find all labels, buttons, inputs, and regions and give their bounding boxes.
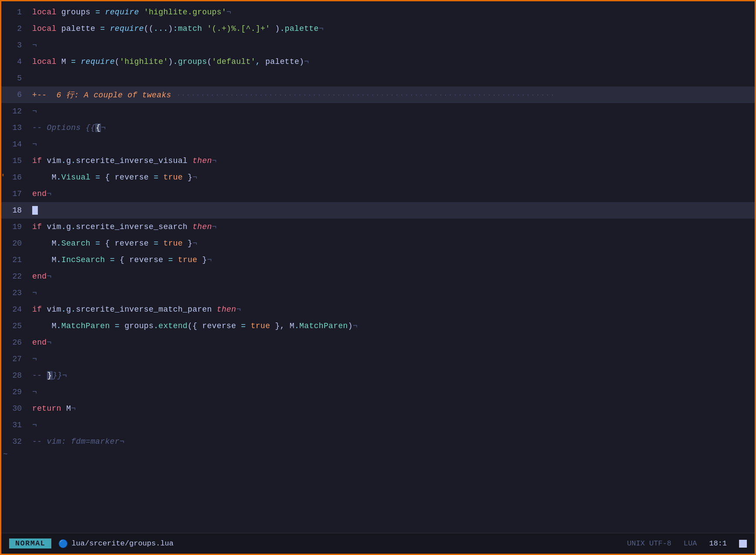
tilde-area: ~: [1, 450, 755, 460]
line-content-23: ¬: [29, 289, 37, 297]
line-num-2: 2: [5, 24, 29, 33]
line-content-26: end¬: [29, 338, 52, 347]
line-content-27: ¬: [29, 355, 37, 363]
line-22: 22 end¬: [1, 268, 755, 285]
line-29: 29 ¬: [1, 384, 755, 400]
line-4: 4 local M = require('highlite').groups('…: [1, 53, 755, 70]
line-num-21: 21: [5, 256, 29, 264]
line-num-24: 24: [5, 305, 29, 314]
line-content-25: M.MatchParen = groups.extend({ reverse =…: [29, 322, 358, 330]
line-num-15: 15: [5, 156, 29, 165]
line-13: 13 -- Options {{{¬: [1, 120, 755, 136]
line-30: 30 return M¬: [1, 400, 755, 417]
line-num-13: 13: [5, 123, 29, 132]
line-content-21: M.IncSearch = { reverse = true }¬: [29, 256, 212, 264]
line-18: 18: [1, 202, 755, 219]
line-num-5: 5: [5, 74, 29, 83]
code-area: 1 local groups = require 'highlite.group…: [1, 1, 755, 533]
line-content-16: M.Visual = { reverse = true }¬: [29, 173, 197, 182]
line-content-4: local M = require('highlite').groups('de…: [29, 57, 309, 66]
line-5: 5: [1, 70, 755, 86]
line-num-14: 14: [5, 140, 29, 149]
line-num-18: 18: [5, 206, 29, 215]
line-num-16: 16: [5, 173, 29, 182]
status-position: 18:1: [709, 539, 727, 548]
line-num-19: 19: [5, 223, 29, 231]
line-num-1: 1: [5, 8, 29, 17]
line-2: 2 local palette = require((...):match '(…: [1, 20, 755, 37]
line-num-25: 25: [5, 322, 29, 330]
line-content-32: -- vim: fdm=marker¬: [29, 437, 124, 446]
line-content-3: ¬: [29, 41, 37, 50]
editor: 1 local groups = require 'highlite.group…: [1, 1, 755, 554]
line-content-28: -- }}}¬: [29, 371, 67, 380]
line-content-15: if vim.g.srcerite_inverse_visual then¬: [29, 156, 217, 165]
status-language: LUA: [684, 539, 697, 548]
line-content-18: [29, 206, 38, 215]
line-12: 12 ¬: [1, 103, 755, 120]
line-num-20: 20: [5, 239, 29, 248]
line-num-32: 32: [5, 437, 29, 446]
line-content-29: ¬: [29, 388, 37, 396]
line-24: 24 if vim.g.srcerite_inverse_match_paren…: [1, 301, 755, 318]
line-marker-16: ': [1, 173, 5, 182]
line-content-6: +-- 6 行: A couple of tweaks ············…: [29, 90, 555, 100]
line-num-31: 31: [5, 421, 29, 429]
line-20: 20 M.Search = { reverse = true }¬: [1, 235, 755, 252]
line-content-24: if vim.g.srcerite_inverse_match_paren th…: [29, 305, 241, 314]
line-num-22: 22: [5, 272, 29, 281]
status-file-path: lua/srcerite/groups.lua: [71, 539, 174, 548]
line-content-17: end¬: [29, 189, 52, 198]
line-14: 14 ¬: [1, 136, 755, 153]
line-16: ' 16 M.Visual = { reverse = true }¬: [1, 169, 755, 186]
line-num-28: 28: [5, 371, 29, 380]
line-num-27: 27: [5, 355, 29, 363]
line-23: 23 ¬: [1, 285, 755, 301]
line-num-26: 26: [5, 338, 29, 347]
line-content-14: ¬: [29, 140, 37, 149]
line-28: 28 -- }}}¬: [1, 367, 755, 384]
line-19: 19 if vim.g.srcerite_inverse_search then…: [1, 219, 755, 235]
status-left: NORMAL 🔵 lua/srcerite/groups.lua: [9, 538, 174, 548]
line-num-29: 29: [5, 388, 29, 396]
line-1: 1 local groups = require 'highlite.group…: [1, 4, 755, 20]
status-block-icon: [739, 540, 747, 548]
line-content-19: if vim.g.srcerite_inverse_search then¬: [29, 223, 217, 231]
line-27: 27 ¬: [1, 351, 755, 367]
line-num-6: 6: [5, 90, 29, 99]
status-encoding: UNIX UTF-8: [627, 539, 672, 548]
line-content-30: return M¬: [29, 404, 76, 413]
line-num-3: 3: [5, 41, 29, 50]
line-num-23: 23: [5, 289, 29, 297]
status-right: UNIX UTF-8 LUA 18:1: [627, 539, 747, 548]
line-31: 31 ¬: [1, 417, 755, 433]
line-6: 6 +-- 6 行: A couple of tweaks ··········…: [1, 86, 755, 103]
status-bar: NORMAL 🔵 lua/srcerite/groups.lua UNIX UT…: [1, 533, 755, 554]
line-32: 32 -- vim: fdm=marker¬: [1, 433, 755, 450]
status-dot-icon: 🔵: [58, 539, 68, 548]
line-content-13: -- Options {{{¬: [29, 123, 106, 132]
line-3: 3 ¬: [1, 37, 755, 53]
line-content-12: ¬: [29, 107, 37, 116]
line-15: 15 if vim.g.srcerite_inverse_visual then…: [1, 153, 755, 169]
line-content-1: local groups = require 'highlite.groups'…: [29, 8, 231, 17]
line-num-17: 17: [5, 189, 29, 198]
line-content-2: local palette = require((...):match '(.+…: [29, 24, 324, 33]
line-num-4: 4: [5, 57, 29, 66]
line-25: 25 M.MatchParen = groups.extend({ revers…: [1, 318, 755, 334]
line-content-31: ¬: [29, 421, 37, 429]
line-17: 17 end¬: [1, 186, 755, 202]
status-mode: NORMAL: [9, 538, 51, 548]
line-num-30: 30: [5, 404, 29, 413]
line-num-12: 12: [5, 107, 29, 116]
line-21: 21 M.IncSearch = { reverse = true }¬: [1, 252, 755, 268]
line-content-22: end¬: [29, 272, 52, 281]
line-content-20: M.Search = { reverse = true }¬: [29, 239, 197, 248]
status-file: 🔵 lua/srcerite/groups.lua: [58, 539, 174, 548]
line-26: 26 end¬: [1, 334, 755, 351]
